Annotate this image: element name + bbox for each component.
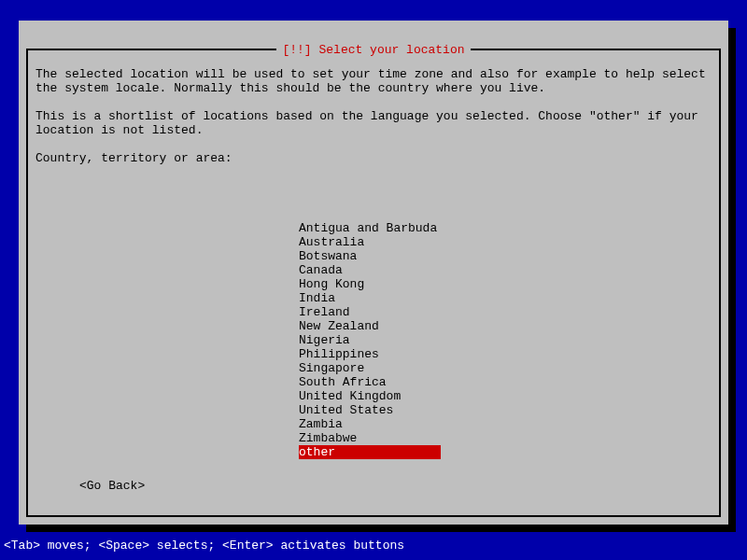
go-back-button[interactable]: <Go Back> [79,479,145,493]
list-item[interactable]: Nigeria [299,333,441,347]
list-item[interactable]: India [299,291,441,305]
description-2: This is a shortlist of locations based o… [35,109,712,137]
dialog-title-row: [!!] Select your location [19,43,728,57]
list-item[interactable]: Singapore [299,361,441,375]
list-item[interactable]: other [299,445,441,459]
footer-hint: <Tab> moves; <Space> selects; <Enter> ac… [4,539,404,553]
list-item[interactable]: Botswana [299,249,441,263]
location-list[interactable]: Antigua and BarbudaAustraliaBotswanaCana… [299,221,441,459]
list-item[interactable]: United States [299,403,441,417]
description-1: The selected location will be used to se… [35,67,712,95]
list-item[interactable]: Ireland [299,305,441,319]
dialog-content: The selected location will be used to se… [35,67,712,179]
list-item[interactable]: Hong Kong [299,277,441,291]
list-item[interactable]: Zambia [299,417,441,431]
list-item[interactable]: Canada [299,263,441,277]
dialog-title: [!!] Select your location [276,43,470,57]
list-item[interactable]: South Africa [299,375,441,389]
prompt-label: Country, territory or area: [35,151,712,165]
list-item[interactable]: United Kingdom [299,389,441,403]
dialog: [!!] Select your location The selected l… [19,21,728,525]
list-item[interactable]: Zimbabwe [299,431,441,445]
list-item[interactable]: Antigua and Barbuda [299,221,441,235]
list-item[interactable]: New Zealand [299,319,441,333]
list-item[interactable]: Australia [299,235,441,249]
list-item[interactable]: Philippines [299,347,441,361]
